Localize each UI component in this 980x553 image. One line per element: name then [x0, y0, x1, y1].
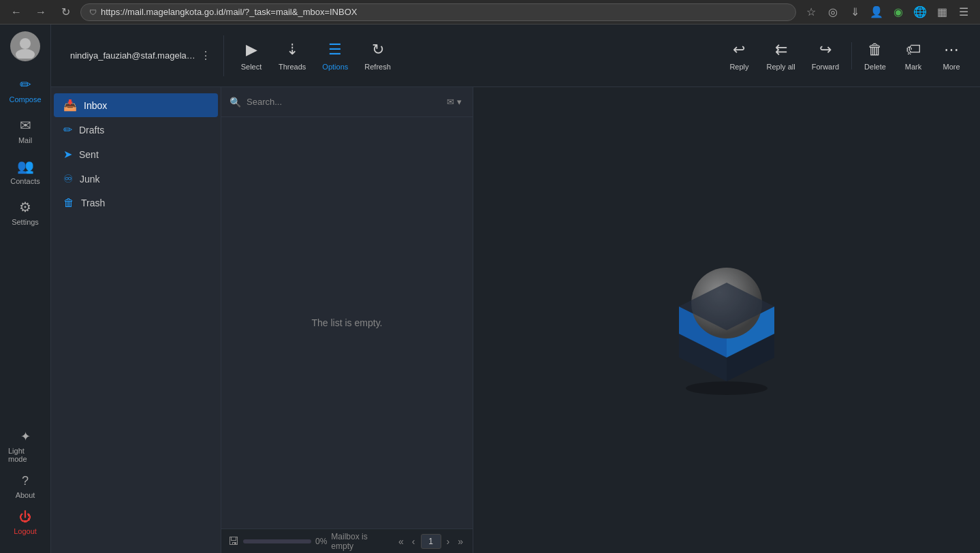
settings-label: Settings	[12, 218, 39, 226]
mailbox-status: Mailbox is empty	[331, 532, 392, 551]
empty-illustration	[645, 238, 808, 402]
reply-button[interactable]: ↩ Reply	[721, 35, 757, 76]
mail-label: Mail	[18, 136, 32, 144]
select-label: Select	[241, 63, 262, 71]
sidebar-item-compose[interactable]: ✏ Compose	[4, 71, 46, 109]
mark-icon: 🏷	[906, 41, 921, 59]
mail-account-section: nindiya_fauziah@staf.magelan... ⋮	[62, 35, 224, 76]
about-icon: ?	[22, 474, 29, 488]
reply-icon: ↩	[733, 41, 745, 59]
options-button[interactable]: ☰ Options	[315, 35, 355, 76]
mark-label: Mark	[905, 63, 921, 71]
storage-icon: 🖫	[228, 535, 239, 548]
forward-label: Forward	[812, 63, 839, 71]
more-label: More	[943, 63, 960, 71]
svg-point-2	[686, 381, 768, 395]
folder-inbox-label: Inbox	[84, 100, 107, 111]
browser-icons-right: ☆ ◎ ⇓ 👤 ◉ 🌐 ▦ ☰	[802, 3, 973, 22]
message-list-empty: The list is empty.	[221, 117, 473, 528]
menu-icon[interactable]: ☰	[954, 3, 973, 22]
sidebar-item-mail[interactable]: ✉ Mail	[4, 112, 46, 150]
reply-all-label: Reply all	[766, 63, 795, 71]
select-icon: ▶	[246, 41, 257, 59]
message-list-panel: 🔍 ✉ ▾ The list is empty. 🖫	[221, 87, 473, 553]
folder-trash-label: Trash	[81, 198, 105, 208]
download-icon[interactable]: ⇓	[845, 3, 864, 22]
prev-page-button[interactable]: ‹	[409, 535, 418, 548]
delete-button[interactable]: 🗑 Delete	[857, 35, 893, 76]
url-text: https://mail.magelangkota.go.id/mail/?_t…	[101, 7, 357, 17]
mark-button[interactable]: 🏷 Mark	[896, 35, 931, 76]
refresh-button[interactable]: ↻	[56, 3, 75, 22]
folder-list: 📥 Inbox ✏ Drafts ➤ Sent ♾ Junk	[51, 87, 221, 553]
chevron-down-icon: ▾	[457, 97, 462, 107]
extension-icon2[interactable]: 🌐	[911, 3, 930, 22]
account-name: nindiya_fauziah@staf.magelan...	[70, 50, 196, 61]
compose-icon: ✏	[20, 76, 31, 93]
search-filter-button[interactable]: ✉ ▾	[444, 95, 464, 108]
sidebar-item-logout[interactable]: ⏻ Logout	[4, 506, 46, 539]
sent-icon: ➤	[63, 148, 72, 161]
drafts-icon: ✏	[63, 123, 72, 136]
toolbar-divider	[851, 42, 852, 69]
search-input[interactable]	[247, 97, 439, 107]
folder-junk-label: Junk	[80, 174, 100, 185]
forward-button[interactable]: ↪ Forward	[805, 35, 846, 76]
first-page-button[interactable]: «	[396, 535, 407, 548]
page-input[interactable]	[421, 534, 441, 549]
mail-illustration-svg	[645, 238, 808, 402]
extension-icon1[interactable]: ◉	[889, 3, 908, 22]
storage-info: 🖫 0%	[228, 535, 327, 548]
logout-icon: ⏻	[19, 510, 31, 524]
svg-point-1	[16, 49, 35, 59]
mail-sidebar: 📥 Inbox ✏ Drafts ➤ Sent ♾ Junk	[51, 87, 221, 553]
logout-label: Logout	[14, 527, 37, 535]
last-page-button[interactable]: »	[455, 535, 466, 548]
extensions-icon[interactable]: ▦	[932, 3, 951, 22]
folder-junk[interactable]: ♾ Junk	[54, 167, 218, 191]
trash-icon: 🗑	[63, 197, 74, 209]
toolbar: nindiya_fauziah@staf.magelan... ⋮ ▶ Sele…	[51, 25, 980, 87]
storage-percent: 0%	[315, 537, 327, 546]
empty-text: The list is empty.	[312, 317, 383, 328]
lightmode-label: Light mode	[8, 447, 42, 463]
refresh-button-toolbar[interactable]: ↻ Refresh	[358, 35, 398, 76]
sidebar-item-about[interactable]: ? About	[4, 470, 46, 503]
refresh-icon: ↻	[372, 41, 384, 59]
forward-button[interactable]: →	[31, 3, 50, 22]
folder-trash[interactable]: 🗑 Trash	[54, 191, 218, 215]
options-label: Options	[322, 63, 348, 71]
profile-icon[interactable]: 👤	[867, 3, 886, 22]
next-page-button[interactable]: ›	[444, 535, 453, 548]
select-button[interactable]: ▶ Select	[234, 35, 269, 76]
pagination: « ‹ › »	[396, 534, 466, 549]
folder-inbox[interactable]: 📥 Inbox	[54, 93, 218, 117]
sidebar-bottom: ✦ Light mode ? About ⏻ Logout	[4, 425, 46, 546]
threads-icon: ⇣	[286, 41, 298, 59]
back-button[interactable]: ←	[7, 3, 26, 22]
sidebar-item-settings[interactable]: ⚙ Settings	[4, 193, 46, 232]
options-icon: ☰	[328, 41, 342, 59]
sidebar-item-lightmode[interactable]: ✦ Light mode	[4, 425, 46, 467]
more-button[interactable]: ⋯ More	[934, 35, 969, 76]
about-label: About	[16, 491, 35, 499]
search-icon: 🔍	[230, 97, 241, 108]
reply-all-button[interactable]: ⇇ Reply all	[759, 35, 802, 76]
bookmark-icon[interactable]: ☆	[802, 3, 821, 22]
refresh-label: Refresh	[364, 63, 391, 71]
pocket-icon[interactable]: ◎	[823, 3, 842, 22]
more-icon: ⋯	[944, 41, 959, 59]
main-content: 📥 Inbox ✏ Drafts ➤ Sent ♾ Junk	[51, 87, 980, 553]
folder-sent[interactable]: ➤ Sent	[54, 142, 218, 166]
delete-label: Delete	[864, 63, 886, 71]
preview-panel	[473, 87, 980, 553]
threads-button[interactable]: ⇣ Threads	[272, 35, 313, 76]
folder-drafts[interactable]: ✏ Drafts	[54, 118, 218, 142]
sidebar-item-contacts[interactable]: 👥 Contacts	[4, 153, 46, 191]
contacts-icon: 👥	[17, 158, 34, 174]
reply-all-icon: ⇇	[775, 41, 787, 59]
sidebar-icons: ✏ Compose ✉ Mail 👥 Contacts ⚙ Settings ✦…	[0, 25, 51, 553]
svg-point-0	[20, 38, 31, 49]
account-more-button[interactable]: ⋮	[196, 48, 215, 63]
address-bar: 🛡 https://mail.magelangkota.go.id/mail/?…	[80, 3, 796, 21]
